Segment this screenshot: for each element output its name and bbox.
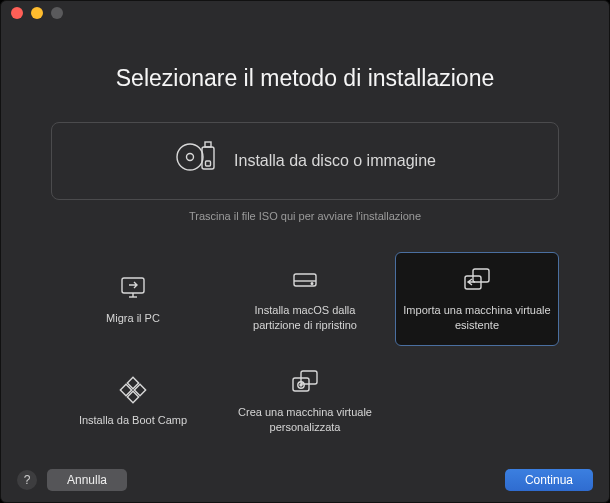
content-area: Selezionare il metodo di installazione I… [1,25,609,448]
install-from-disc-drop-zone[interactable]: Installa da disco o immagine [51,122,559,200]
disc-usb-icon [174,142,220,172]
install-method-grid: Migra il PC Installa macOS dalla partizi… [51,252,559,448]
bootcamp-icon [119,375,147,405]
option-create-custom-vm[interactable]: Crea una macchina virtuale personalizzat… [223,354,387,448]
titlebar [1,1,609,25]
close-icon[interactable] [11,7,23,19]
option-install-bootcamp[interactable]: Installa da Boot Camp [51,354,215,448]
monitor-arrow-icon [118,273,148,303]
maximize-icon[interactable] [51,7,63,19]
import-vm-icon [460,265,494,295]
option-import-existing-vm[interactable]: Importa una macchina virtuale esistente [395,252,559,346]
option-label: Installa macOS dalla partizione di ripri… [230,303,380,333]
vm-gear-icon [288,367,322,397]
empty-grid-cell [395,354,559,448]
svg-point-1 [187,154,194,161]
page-title: Selezionare il metodo di installazione [51,65,559,92]
drop-zone-label: Installa da disco o immagine [234,152,436,170]
option-label: Importa una macchina virtuale esistente [402,303,552,333]
option-label: Installa da Boot Camp [79,413,187,428]
footer: ? Annulla Continua [1,458,609,502]
svg-rect-3 [205,142,211,147]
svg-point-0 [177,144,203,170]
option-label: Migra il PC [106,311,160,326]
option-install-macos-recovery[interactable]: Installa macOS dalla partizione di ripri… [223,252,387,346]
svg-rect-4 [206,161,211,166]
option-label: Crea una macchina virtuale personalizzat… [230,405,380,435]
cancel-button[interactable]: Annulla [47,469,127,491]
installer-window: Selezionare il metodo di installazione I… [0,0,610,503]
option-migrate-pc[interactable]: Migra il PC [51,252,215,346]
drive-icon [290,265,320,295]
svg-point-20 [300,384,302,386]
drop-zone-hint: Trascina il file ISO qui per avviare l'i… [51,210,559,222]
continue-button[interactable]: Continua [505,469,593,491]
help-button[interactable]: ? [17,470,37,490]
minimize-icon[interactable] [31,7,43,19]
svg-point-10 [311,283,313,285]
